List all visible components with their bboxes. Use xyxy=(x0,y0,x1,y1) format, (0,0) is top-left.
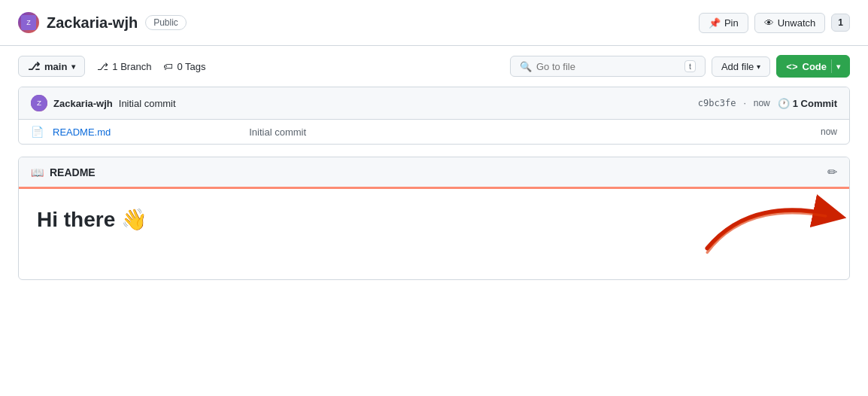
edit-readme-button[interactable]: ✏ xyxy=(827,165,837,179)
book-icon: 📖 xyxy=(31,166,44,178)
commit-author[interactable]: Zackaria-wjh xyxy=(53,98,113,109)
commit-count-text: 1 Commit xyxy=(793,98,837,109)
svg-text:Z: Z xyxy=(37,99,41,107)
unwatch-button[interactable]: 👁 Unwatch xyxy=(754,13,826,33)
readme-title: 📖 README xyxy=(31,166,96,178)
visibility-badge: Public xyxy=(145,15,187,30)
readme-heading-text: Hi there 👋 xyxy=(37,208,147,231)
dot-separator: · xyxy=(743,98,745,108)
tag-icon: 🏷 xyxy=(163,61,173,72)
commit-count-link[interactable]: 🕐 1 Commit xyxy=(778,98,837,109)
file-time: now xyxy=(821,126,837,137)
divider xyxy=(831,59,832,73)
repo-header: Z Zackaria-wjh Public 📌 Pin 👁 Unwatch 1 xyxy=(0,0,868,46)
branch-count-text: 1 Branch xyxy=(112,61,151,72)
git-branch-icon: ⎇ xyxy=(97,61,108,72)
commit-time: now xyxy=(754,98,770,108)
tag-count-link[interactable]: 🏷 0 Tags xyxy=(163,61,205,72)
eye-icon: 👁 xyxy=(764,17,774,29)
toolbar-left: ⎇ main ▾ ⎇ 1 Branch 🏷 0 Tags xyxy=(18,56,205,77)
commit-row: Z Zackaria-wjh Initial commit c9bc3fe · … xyxy=(19,87,849,120)
readme-title-text: README xyxy=(50,166,96,178)
file-commit-message: Initial commit xyxy=(249,126,812,138)
chevron-down-icon: ▾ xyxy=(757,62,760,71)
repo-name[interactable]: Zackaria-wjh xyxy=(47,14,138,32)
code-button[interactable]: <> Code ▾ xyxy=(776,55,850,78)
commit-message: Initial commit xyxy=(119,98,176,109)
branch-count-link[interactable]: ⎇ 1 Branch xyxy=(97,61,151,72)
branch-icon: ⎇ xyxy=(28,60,40,72)
pin-label: Pin xyxy=(724,17,739,29)
repo-toolbar: ⎇ main ▾ ⎇ 1 Branch 🏷 0 Tags 🔍 t Add fil… xyxy=(0,46,868,87)
search-shortcut: t xyxy=(684,60,696,72)
readme-header: 📖 README ✏ xyxy=(19,157,849,189)
chevron-down-icon-code: ▾ xyxy=(836,62,840,71)
add-file-label: Add file xyxy=(721,61,754,72)
code-label: Code xyxy=(803,61,827,72)
history-icon: 🕐 xyxy=(778,98,790,109)
unwatch-label: Unwatch xyxy=(778,17,816,29)
commit-hash[interactable]: c9bc3fe xyxy=(698,98,736,108)
file-search-box[interactable]: 🔍 t xyxy=(510,56,706,77)
commit-author-avatar: Z xyxy=(31,95,47,111)
red-arrow-annotation xyxy=(699,189,834,257)
svg-text:Z: Z xyxy=(26,19,31,26)
repo-header-left: Z Zackaria-wjh Public xyxy=(18,12,187,33)
add-file-button[interactable]: Add file ▾ xyxy=(712,56,770,77)
tag-count-text: 0 Tags xyxy=(177,61,205,72)
pin-button[interactable]: 📌 Pin xyxy=(699,13,748,33)
file-icon: 📄 xyxy=(31,126,44,138)
search-icon: 🔍 xyxy=(520,61,532,72)
toolbar-right: 🔍 t Add file ▾ <> Code ▾ xyxy=(510,55,850,78)
watch-count: 1 xyxy=(831,14,850,32)
branch-name: main xyxy=(44,61,67,72)
chevron-down-icon: ▾ xyxy=(71,62,75,71)
repo-avatar: Z xyxy=(18,12,39,33)
repo-header-right: 📌 Pin 👁 Unwatch 1 xyxy=(699,13,850,33)
search-input[interactable] xyxy=(536,61,680,72)
branch-selector[interactable]: ⎇ main ▾ xyxy=(18,56,85,77)
readme-section: 📖 README ✏ Hi there 👋 xyxy=(18,157,850,280)
table-row: 📄 README.md Initial commit now xyxy=(19,120,849,144)
file-area: Z Zackaria-wjh Initial commit c9bc3fe · … xyxy=(18,87,850,145)
file-name-link[interactable]: README.md xyxy=(53,126,240,138)
code-icon: <> xyxy=(786,61,797,72)
commit-row-right: c9bc3fe · now 🕐 1 Commit xyxy=(698,98,837,109)
commit-row-left: Z Zackaria-wjh Initial commit xyxy=(31,95,176,111)
readme-content: Hi there 👋 xyxy=(19,189,849,279)
pin-icon: 📌 xyxy=(709,17,721,29)
